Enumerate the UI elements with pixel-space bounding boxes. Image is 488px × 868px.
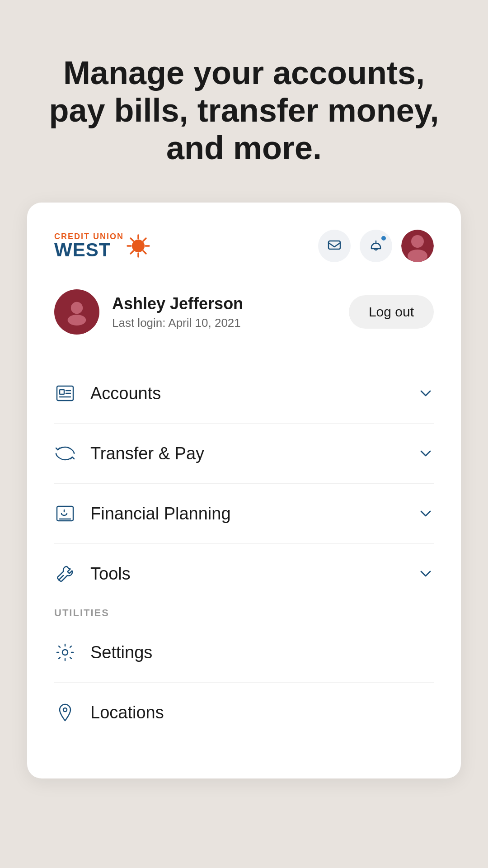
- transfer-icon: [54, 443, 76, 464]
- user-name: Ashley Jefferson: [112, 294, 243, 313]
- logo-text: CREDIT UNION WEST: [54, 232, 124, 259]
- message-icon: [327, 239, 342, 253]
- notification-dot: [380, 235, 387, 241]
- logo-sun-icon: [127, 234, 150, 258]
- svg-point-12: [408, 250, 427, 262]
- utility-item-locations[interactable]: Locations: [54, 683, 434, 742]
- settings-icon: [54, 642, 76, 663]
- svg-line-5: [131, 238, 133, 241]
- svg-point-14: [68, 315, 86, 326]
- chevron-down-icon-tools: [418, 566, 434, 582]
- svg-point-24: [62, 650, 68, 655]
- last-login: Last login: April 10, 2021: [112, 316, 243, 330]
- menu-label-tools: Tools: [90, 564, 131, 584]
- accounts-icon: [54, 382, 76, 404]
- logo: CREDIT UNION WEST: [54, 232, 150, 259]
- menu-label-planning: Financial Planning: [90, 504, 231, 524]
- menu-item-accounts[interactable]: Accounts: [54, 363, 434, 424]
- utility-item-settings[interactable]: Settings: [54, 623, 434, 683]
- planning-icon: [54, 503, 76, 524]
- locations-label: Locations: [90, 703, 164, 722]
- menu-item-financial-planning[interactable]: Financial Planning: [54, 484, 434, 544]
- utilities-section: UTILITIES Settings Locations: [54, 607, 434, 742]
- bell-icon: [369, 239, 383, 253]
- svg-rect-9: [328, 241, 340, 249]
- hero-title: Manage your accounts, pay bills, transfe…: [36, 54, 452, 166]
- menu-label-accounts: Accounts: [90, 384, 161, 403]
- message-button[interactable]: [318, 230, 351, 262]
- logo-west: WEST: [54, 241, 124, 259]
- user-details: Ashley Jefferson Last login: April 10, 2…: [112, 294, 243, 330]
- menu-item-transfer-pay[interactable]: Transfer & Pay: [54, 424, 434, 484]
- chevron-down-icon-accounts: [418, 385, 434, 401]
- settings-label: Settings: [90, 643, 152, 662]
- main-card: CREDIT UNION WEST: [27, 203, 461, 778]
- menu-item-transfer-left: Transfer & Pay: [54, 443, 204, 464]
- chevron-down-icon-planning: [418, 505, 434, 522]
- svg-line-8: [131, 251, 133, 254]
- location-icon: [54, 702, 76, 723]
- nav-icons: [318, 230, 434, 262]
- svg-rect-16: [60, 390, 64, 394]
- svg-line-6: [143, 251, 146, 254]
- nav-avatar-icon: [401, 230, 434, 262]
- logout-button[interactable]: Log out: [349, 295, 434, 329]
- svg-point-11: [411, 235, 424, 248]
- menu-item-accounts-left: Accounts: [54, 382, 161, 404]
- user-info-row: Ashley Jefferson Last login: April 10, 2…: [54, 289, 434, 335]
- menu-item-tools[interactable]: Tools: [54, 544, 434, 604]
- chevron-down-icon-transfer: [418, 445, 434, 462]
- utilities-label: UTILITIES: [54, 607, 434, 619]
- nav-avatar: [401, 230, 434, 262]
- svg-line-23: [59, 576, 63, 580]
- menu-label-transfer: Transfer & Pay: [90, 444, 204, 463]
- menu-item-planning-left: Financial Planning: [54, 503, 231, 524]
- svg-line-7: [143, 238, 146, 241]
- notification-button[interactable]: [360, 230, 392, 262]
- user-info-left: Ashley Jefferson Last login: April 10, 2…: [54, 289, 243, 335]
- menu-list: Accounts Transfer & Pay: [54, 363, 434, 604]
- svg-point-25: [63, 708, 67, 712]
- menu-item-tools-left: Tools: [54, 563, 131, 585]
- user-avatar: [54, 289, 99, 335]
- nav-avatar-button[interactable]: [401, 230, 434, 262]
- svg-point-13: [71, 302, 83, 314]
- navbar: CREDIT UNION WEST: [54, 230, 434, 262]
- tools-icon: [54, 563, 76, 585]
- user-avatar-icon: [63, 298, 90, 326]
- hero-section: Manage your accounts, pay bills, transfe…: [0, 0, 488, 203]
